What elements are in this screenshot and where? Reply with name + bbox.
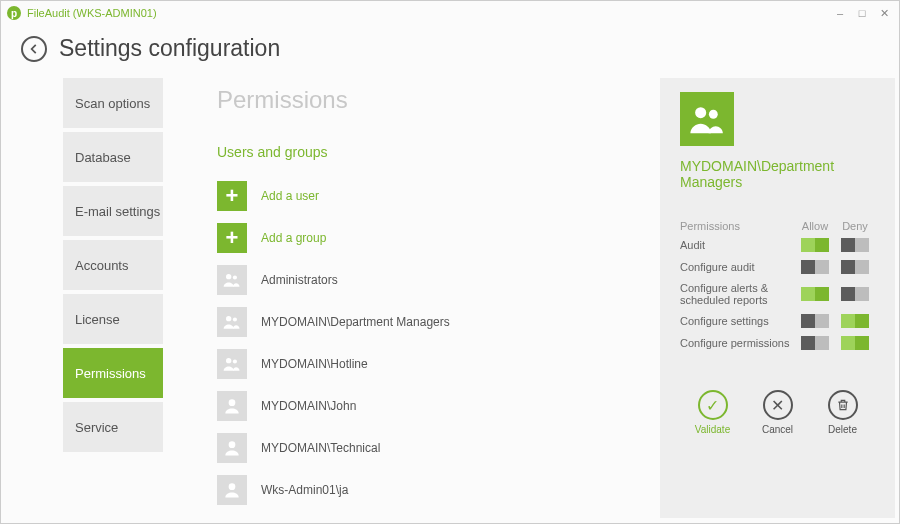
deny-toggle[interactable] <box>841 314 869 328</box>
sidebar-item-database[interactable]: Database <box>63 132 163 186</box>
allow-toggle[interactable] <box>801 260 829 274</box>
delete-button[interactable]: Delete <box>818 390 868 435</box>
subsection-title: Users and groups <box>217 144 640 160</box>
sidebar-item-label: Service <box>75 420 118 435</box>
list-item[interactable]: MYDOMAIN\Department Managers <box>217 304 640 340</box>
cancel-button[interactable]: ✕ Cancel <box>753 390 803 435</box>
plus-icon: + <box>217 181 247 211</box>
delete-label: Delete <box>818 424 868 435</box>
column-deny: Deny <box>835 220 875 232</box>
perm-row-configure-audit: Configure audit <box>680 260 875 274</box>
list-item-label: Wks-Admin01\ja <box>261 483 348 497</box>
group-icon <box>217 265 247 295</box>
sidebar-item-label: Database <box>75 150 131 165</box>
svg-point-3 <box>233 317 237 321</box>
maximize-button[interactable]: □ <box>853 7 871 19</box>
group-icon <box>217 307 247 337</box>
allow-toggle[interactable] <box>801 314 829 328</box>
users-groups-list: + Add a user + Add a group Administrator… <box>217 178 640 508</box>
list-item[interactable]: MYDOMAIN\Technical <box>217 430 640 466</box>
validate-label: Validate <box>688 424 738 435</box>
add-user-label: Add a user <box>261 189 319 203</box>
sidebar-item-label: License <box>75 312 120 327</box>
main-area: Permissions Users and groups + Add a use… <box>169 78 660 518</box>
svg-point-6 <box>229 399 236 406</box>
deny-toggle[interactable] <box>841 238 869 252</box>
user-icon <box>217 391 247 421</box>
sidebar-item-label: E-mail settings <box>75 204 160 219</box>
section-title: Permissions <box>217 86 640 114</box>
perm-label: Configure audit <box>680 261 795 273</box>
sidebar-item-permissions[interactable]: Permissions <box>63 348 163 402</box>
add-group-label: Add a group <box>261 231 326 245</box>
perm-row-configure-permissions: Configure permissions <box>680 336 875 350</box>
titlebar: p FileAudit (WKS-ADMIN01) – □ ✕ <box>1 1 899 25</box>
sidebar-item-accounts[interactable]: Accounts <box>63 240 163 294</box>
svg-point-1 <box>233 275 237 279</box>
back-button[interactable] <box>21 36 47 62</box>
sidebar-item-scan-options[interactable]: Scan options <box>63 78 163 132</box>
cancel-label: Cancel <box>753 424 803 435</box>
list-item[interactable]: MYDOMAIN\Hotline <box>217 346 640 382</box>
page-title: Settings configuration <box>59 35 280 62</box>
perm-row-configure-settings: Configure settings <box>680 314 875 328</box>
list-item[interactable]: Administrators <box>217 262 640 298</box>
svg-point-5 <box>233 359 237 363</box>
arrow-left-icon <box>27 42 41 56</box>
group-large-icon <box>680 92 734 146</box>
trash-icon <box>828 390 858 420</box>
deny-toggle[interactable] <box>841 287 869 301</box>
sidebar-item-service[interactable]: Service <box>63 402 163 456</box>
svg-point-10 <box>709 110 718 119</box>
permissions-table: Permissions Allow Deny Audit Configure a… <box>680 220 875 350</box>
list-item-label: MYDOMAIN\Hotline <box>261 357 368 371</box>
sidebar-item-label: Accounts <box>75 258 128 273</box>
svg-point-0 <box>226 274 231 279</box>
perm-label: Configure permissions <box>680 337 795 349</box>
panel-title: MYDOMAIN\Department Managers <box>680 158 875 190</box>
plus-icon: + <box>217 223 247 253</box>
column-permissions: Permissions <box>680 220 795 232</box>
svg-point-7 <box>229 441 236 448</box>
close-icon: ✕ <box>763 390 793 420</box>
user-icon <box>217 475 247 505</box>
validate-button[interactable]: ✓ Validate <box>688 390 738 435</box>
perm-row-configure-alerts: Configure alerts & scheduled reports <box>680 282 875 306</box>
allow-toggle[interactable] <box>801 238 829 252</box>
content: Scan options Database E-mail settings Ac… <box>1 78 899 518</box>
minimize-button[interactable]: – <box>831 7 849 19</box>
settings-sidebar: Scan options Database E-mail settings Ac… <box>1 78 169 518</box>
svg-point-4 <box>226 358 231 363</box>
deny-toggle[interactable] <box>841 336 869 350</box>
page-header: Settings configuration <box>1 25 899 78</box>
list-item-label: MYDOMAIN\Department Managers <box>261 315 450 329</box>
permissions-table-head: Permissions Allow Deny <box>680 220 875 232</box>
list-item-label: MYDOMAIN\John <box>261 399 356 413</box>
svg-point-9 <box>695 107 706 118</box>
deny-toggle[interactable] <box>841 260 869 274</box>
allow-toggle[interactable] <box>801 336 829 350</box>
group-icon <box>217 349 247 379</box>
list-item-label: MYDOMAIN\Technical <box>261 441 380 455</box>
sidebar-item-email-settings[interactable]: E-mail settings <box>63 186 163 240</box>
sidebar-item-license[interactable]: License <box>63 294 163 348</box>
sidebar-item-label: Permissions <box>75 366 146 381</box>
svg-point-8 <box>229 483 236 490</box>
perm-row-audit: Audit <box>680 238 875 252</box>
add-group-action[interactable]: + Add a group <box>217 220 640 256</box>
list-item-label: Administrators <box>261 273 338 287</box>
add-user-action[interactable]: + Add a user <box>217 178 640 214</box>
column-allow: Allow <box>795 220 835 232</box>
svg-point-2 <box>226 316 231 321</box>
perm-label: Audit <box>680 239 795 251</box>
check-icon: ✓ <box>698 390 728 420</box>
list-item[interactable]: Wks-Admin01\ja <box>217 472 640 508</box>
user-icon <box>217 433 247 463</box>
close-button[interactable]: ✕ <box>875 7 893 20</box>
perm-label: Configure settings <box>680 315 795 327</box>
window-title: FileAudit (WKS-ADMIN01) <box>27 7 157 19</box>
allow-toggle[interactable] <box>801 287 829 301</box>
permissions-panel: MYDOMAIN\Department Managers Permissions… <box>660 78 895 518</box>
list-item[interactable]: MYDOMAIN\John <box>217 388 640 424</box>
app-icon: p <box>7 6 21 20</box>
